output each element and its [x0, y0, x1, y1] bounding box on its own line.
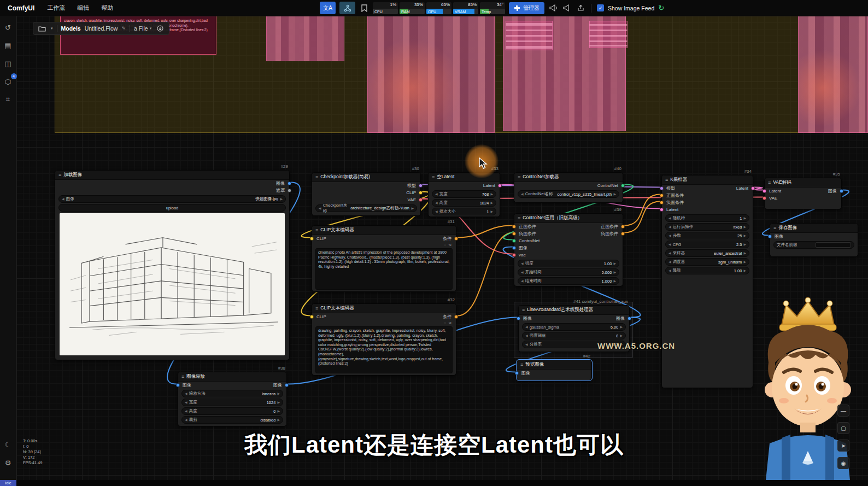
decrement-arrow[interactable]: ◀	[521, 192, 524, 196]
widget-步数[interactable]: ◀步数25▶	[665, 232, 749, 239]
reference-image[interactable]	[367, 16, 495, 133]
node-menu-icon[interactable]: ≡	[315, 228, 318, 233]
node-header[interactable]: ≡K采样器	[662, 175, 753, 185]
input-slot-conditioning[interactable]	[660, 201, 664, 204]
node-empty-latent[interactable]: #33≡空LatentLatent◀宽度768▶◀高度1024▶◀批次大小1▶	[428, 172, 500, 217]
menubar-item-0[interactable]: 工作流	[42, 2, 70, 14]
input-slot-clip[interactable]	[310, 315, 314, 319]
increment-arrow[interactable]: ▶	[490, 201, 493, 204]
input-slot-image[interactable]	[768, 235, 772, 238]
output-slot-mask[interactable]	[288, 189, 291, 192]
molecule-button[interactable]	[339, 2, 355, 14]
node-header[interactable]: ≡LineArtStandard艺术线预处理器	[519, 306, 629, 315]
widget-CFG[interactable]: ◀CFG2.5▶	[665, 241, 749, 248]
widget-文件名前缀[interactable]: 文件名前缀	[773, 241, 854, 249]
pointer-button[interactable]: ➤	[837, 440, 849, 452]
increment-arrow[interactable]: ▶	[277, 392, 280, 395]
widget-批次大小[interactable]: ◀批次大小1▶	[432, 208, 496, 215]
output-slot-vae[interactable]	[419, 198, 423, 202]
speaker-icon[interactable]: ⊲	[448, 320, 451, 325]
megaphone-icon[interactable]	[548, 3, 558, 13]
node-load-image[interactable]: #29≡加载图像图像遮罩◀图像快题图像.jpg▶upload	[55, 170, 290, 360]
node-image-scale[interactable]: #38≡图像缩放图像图像◀缩放方法lanczos▶◀宽度1024▶◀高度0▶◀裁…	[178, 372, 287, 426]
input-slot-vae[interactable]	[512, 253, 516, 257]
widget-调度器[interactable]: ◀调度器sgm_uniform▶	[665, 258, 749, 266]
output-slot-image[interactable]	[285, 383, 289, 387]
increment-arrow[interactable]: ▶	[743, 216, 746, 220]
node-menu-icon[interactable]: ≡	[522, 308, 525, 313]
output-slot-conditioning[interactable]	[621, 225, 625, 229]
increment-arrow[interactable]: ▶	[743, 251, 746, 255]
node-menu-icon[interactable]: ≡	[58, 173, 61, 178]
input-slot-clip[interactable]	[310, 237, 314, 241]
node-menu-icon[interactable]: ≡	[315, 175, 318, 180]
widget-裁剪[interactable]: ◀裁剪disabled▶	[181, 416, 283, 424]
decrement-arrow[interactable]: ◀	[185, 392, 187, 395]
widget-开始时间[interactable]: ◀开始时间0.000▶	[518, 268, 619, 276]
input-slot-conditioning[interactable]	[512, 232, 516, 236]
output-slot-image[interactable]	[840, 189, 843, 193]
breadcrumb[interactable]: Models	[61, 25, 81, 32]
widget-降噪[interactable]: ◀降噪1.00▶	[665, 267, 749, 274]
megaphone-icon-2[interactable]	[562, 3, 572, 13]
increment-arrow[interactable]: ▶	[743, 269, 746, 272]
bookmark-icon[interactable]	[359, 3, 369, 13]
refresh-icon[interactable]: ↻	[658, 4, 664, 12]
decrement-arrow[interactable]: ◀	[435, 192, 438, 196]
widget-upload[interactable]: upload	[58, 204, 286, 212]
prompt-textarea[interactable]: drawing, painting, crayon, sketch, graph…	[315, 326, 453, 373]
input-slot-image[interactable]	[517, 317, 520, 320]
output-slot-latent[interactable]	[751, 186, 755, 190]
increment-arrow[interactable]: ▶	[620, 334, 623, 337]
fit-view-button[interactable]: ▢	[837, 422, 849, 434]
increment-arrow[interactable]: ▶	[743, 225, 746, 229]
translate-button[interactable]: 文A	[320, 2, 336, 14]
increment-arrow[interactable]: ▶	[613, 192, 616, 196]
queue-icon[interactable]: ▤	[2, 39, 14, 51]
minimize-button[interactable]: —	[837, 405, 849, 417]
node-ksampler[interactable]: #34≡K采样器模型Latent正面条件负面条件Latent◀随机种1▶◀运行后…	[661, 175, 753, 388]
output-slot-conditioning[interactable]	[454, 315, 458, 319]
increment-arrow[interactable]: ▶	[490, 210, 493, 213]
widget-强度[interactable]: ◀强度1.00▶	[518, 260, 619, 267]
decrement-arrow[interactable]: ◀	[668, 243, 671, 246]
widget-gaussian_sigma[interactable]: ◀gaussian_sigma6.00▶	[522, 323, 626, 331]
decrement-arrow[interactable]: ◀	[668, 216, 671, 220]
increment-arrow[interactable]: ▶	[613, 279, 616, 283]
node-menu-icon[interactable]: ≡	[773, 226, 776, 231]
workflow-tab[interactable]: Untitled.Flow	[85, 25, 118, 32]
widget-高度[interactable]: ◀高度1024▶	[432, 199, 496, 207]
decrement-arrow[interactable]: ◀	[525, 343, 528, 346]
input-slot-latent[interactable]	[660, 208, 664, 212]
output-slot-model[interactable]	[419, 184, 423, 188]
history-icon[interactable]: ↺	[2, 21, 14, 33]
widget-运行后操作[interactable]: ◀运行后操作fixed▶	[665, 223, 749, 231]
output-slot-conditioning[interactable]	[621, 232, 625, 236]
overlapped-node[interactable]	[506, 21, 553, 50]
decrement-arrow[interactable]: ◀	[521, 279, 524, 283]
node-header[interactable]: ≡保存图像	[770, 224, 858, 233]
node-controlnet-apply[interactable]: #39≡ControlNet应用（旧版高级）正面条件正面条件负面条件负面条件Co…	[514, 213, 623, 286]
node-header[interactable]: ≡CLIP文本编码器	[312, 226, 456, 235]
decrement-arrow[interactable]: ◀	[668, 234, 671, 237]
output-slot-image[interactable]	[288, 181, 291, 185]
overlapped-node[interactable]	[589, 21, 627, 48]
node-menu-icon[interactable]: ≡	[315, 306, 318, 311]
widget-结束时间[interactable]: ◀结束时间1.000▶	[518, 277, 619, 285]
input-slot-image[interactable]	[512, 246, 516, 250]
prompt-textarea[interactable]: cinematic photo An artist's impression o…	[315, 248, 453, 290]
chevron-down-icon[interactable]: ▾	[51, 26, 53, 31]
node-clip-encode-pos[interactable]: #31≡CLIP文本编码器CLIP条件◌⊲cinematic photo An …	[312, 225, 456, 292]
node-clip-encode-neg[interactable]: #32≡CLIP文本编码器CLIP条件◌⊲drawing, painting, …	[312, 303, 456, 376]
decrement-arrow[interactable]: ◀	[435, 201, 438, 204]
increment-arrow[interactable]: ▶	[490, 192, 493, 196]
decrement-arrow[interactable]: ◀	[521, 262, 524, 265]
node-menu-icon[interactable]: ≡	[768, 180, 771, 185]
node-header[interactable]: ≡图像缩放	[178, 372, 286, 382]
input-slot-image[interactable]	[515, 371, 519, 375]
decrement-arrow[interactable]: ◀	[668, 269, 671, 272]
input-slot-model[interactable]	[660, 186, 664, 190]
menubar-item-1[interactable]: 编辑	[72, 2, 94, 14]
node-menu-icon[interactable]: ≡	[518, 175, 520, 180]
widget-text-input[interactable]	[816, 242, 851, 248]
